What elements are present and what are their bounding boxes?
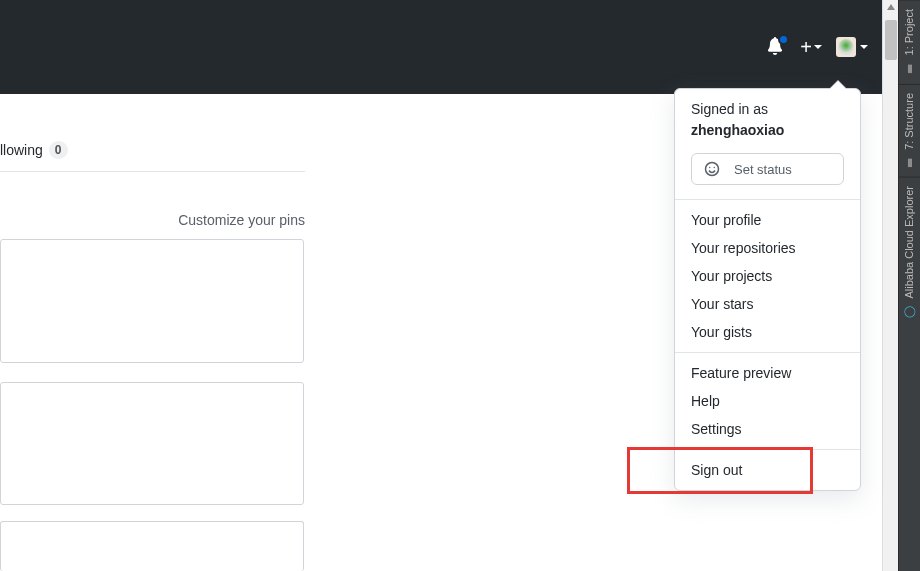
menu-item-help[interactable]: Help bbox=[675, 387, 860, 415]
menu-signed-in-header: Signed in as zhenghaoxiao bbox=[675, 89, 860, 153]
structure-icon: ▮ bbox=[903, 156, 915, 169]
cloud-icon: ◯ bbox=[903, 306, 915, 319]
set-status-button[interactable]: Set status bbox=[691, 153, 844, 185]
notifications-button[interactable] bbox=[766, 37, 786, 57]
menu-item-your-profile[interactable]: Your profile bbox=[675, 206, 860, 234]
profile-tabs-fragment: llowing 0 bbox=[0, 137, 305, 172]
ide-tool-strip: ▮ 1: Project ▮ 7: Structure ◯ Alibaba Cl… bbox=[898, 0, 920, 571]
menu-item-your-gists[interactable]: Your gists bbox=[675, 318, 860, 346]
following-count-badge: 0 bbox=[49, 141, 68, 159]
pinned-repo-card[interactable] bbox=[0, 521, 304, 571]
pinned-repo-card[interactable] bbox=[0, 382, 304, 505]
customize-pins-link[interactable]: Customize your pins bbox=[0, 212, 305, 228]
svg-point-0 bbox=[706, 163, 719, 176]
avatar-icon bbox=[836, 37, 856, 57]
menu-group-profile: Your profile Your repositories Your proj… bbox=[675, 200, 860, 352]
menu-item-your-stars[interactable]: Your stars bbox=[675, 290, 860, 318]
menu-item-your-projects[interactable]: Your projects bbox=[675, 262, 860, 290]
user-dropdown-menu: Signed in as zhenghaoxiao Set status You… bbox=[674, 88, 861, 491]
menu-item-feature-preview[interactable]: Feature preview bbox=[675, 359, 860, 387]
scroll-thumb[interactable] bbox=[885, 20, 897, 60]
smiley-icon bbox=[704, 161, 720, 177]
plus-icon: + bbox=[800, 37, 812, 57]
ide-tab-cloud[interactable]: ◯ Alibaba Cloud Explorer bbox=[899, 177, 920, 327]
menu-group-account: Feature preview Help Settings bbox=[675, 353, 860, 449]
github-topbar: + bbox=[0, 0, 882, 94]
menu-group-signout: Sign out bbox=[675, 450, 860, 490]
create-new-menu[interactable]: + bbox=[800, 37, 822, 57]
menu-item-sign-out[interactable]: Sign out bbox=[675, 456, 860, 484]
user-menu-trigger[interactable] bbox=[836, 37, 868, 57]
caret-down-icon bbox=[814, 45, 822, 49]
pinned-repo-card[interactable] bbox=[0, 239, 304, 363]
tab-following[interactable]: llowing bbox=[0, 142, 43, 158]
ide-tab-structure[interactable]: ▮ 7: Structure bbox=[899, 84, 920, 178]
caret-down-icon bbox=[860, 45, 868, 49]
browser-scrollbar[interactable] bbox=[882, 0, 898, 571]
notification-dot-icon bbox=[778, 34, 789, 45]
ide-tab-project[interactable]: ▮ 1: Project bbox=[899, 0, 920, 84]
menu-item-settings[interactable]: Settings bbox=[675, 415, 860, 443]
svg-point-2 bbox=[714, 167, 715, 168]
svg-point-1 bbox=[709, 167, 710, 168]
scroll-up-icon bbox=[887, 4, 895, 10]
menu-username: zhenghaoxiao bbox=[691, 120, 844, 141]
menu-item-your-repositories[interactable]: Your repositories bbox=[675, 234, 860, 262]
folder-icon: ▮ bbox=[903, 63, 915, 76]
